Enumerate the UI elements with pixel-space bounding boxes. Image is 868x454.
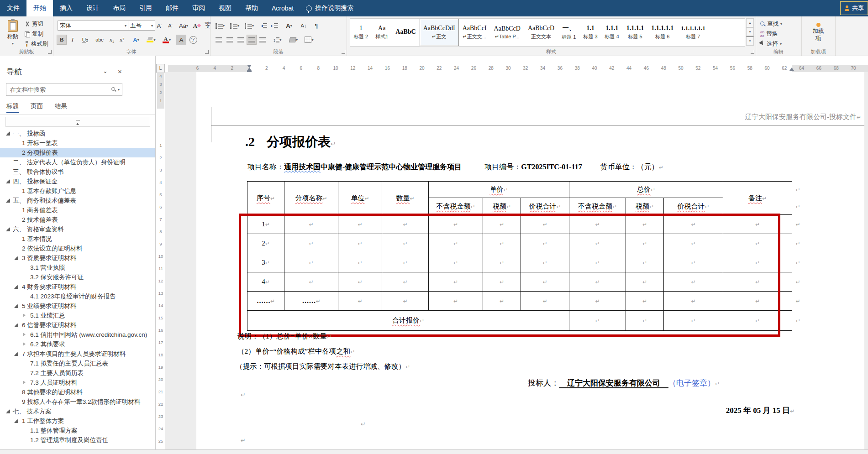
- table-header-cell[interactable]: 序号↵: [247, 182, 284, 215]
- paste-button[interactable]: 粘贴 ▾: [4, 19, 22, 47]
- share-button[interactable]: 共享: [840, 1, 868, 15]
- nav-item-28[interactable]: 9 投标人不存在第一章3.2款情形的证明材料: [0, 397, 155, 407]
- line-spacing-button[interactable]: ↕▾: [270, 35, 284, 45]
- style-item-5[interactable]: AaBbCcD↵Table P...: [490, 19, 524, 46]
- menu-tab-7[interactable]: 审阅: [185, 0, 212, 16]
- nav-item-11[interactable]: 1 基本情况: [0, 234, 155, 244]
- font-size-combo[interactable]: 五号▾: [128, 21, 155, 31]
- collapse-icon[interactable]: [14, 285, 18, 289]
- expand-icon[interactable]: [23, 313, 26, 317]
- style-item-11[interactable]: 1.1.1.1.1标题 6: [647, 19, 677, 46]
- table-header-cell[interactable]: 数量↵: [382, 182, 429, 215]
- numbering-button[interactable]: ▾: [228, 21, 241, 31]
- style-item-12[interactable]: 1.1.1.1.1.1标题 7: [677, 19, 709, 46]
- gallery-down-icon[interactable]: ▾: [746, 27, 754, 37]
- gallery-up-icon[interactable]: ▴: [746, 18, 754, 27]
- paragraph-dialog-launcher[interactable]: [342, 50, 345, 54]
- navigation-chevron-icon[interactable]: ⌄: [103, 68, 108, 74]
- bidder-line[interactable]: 投标人：辽宁大阳保安服务有限公司（电子签章）↵: [528, 378, 720, 388]
- menu-tab-3[interactable]: 设计: [79, 0, 106, 16]
- collapse-icon[interactable]: [6, 198, 10, 203]
- nav-item-26[interactable]: 7.3 人员证明材料: [0, 378, 155, 387]
- style-item-3[interactable]: AaBbCcDdI↵正文: [420, 19, 459, 46]
- subscript-button[interactable]: x₂: [107, 35, 117, 45]
- table-header-cell[interactable]: 总价↵: [569, 182, 723, 198]
- text-effects-button[interactable]: A▾: [130, 35, 142, 45]
- change-case-button[interactable]: Aa▾: [177, 21, 190, 31]
- character-shading-button[interactable]: A: [176, 35, 186, 45]
- font-name-combo[interactable]: 宋体▾: [58, 21, 129, 31]
- section-heading[interactable]: .2分项报价表↵: [245, 133, 336, 151]
- menu-tab-4[interactable]: 布局: [106, 0, 132, 16]
- menu-tab-6[interactable]: 邮件: [159, 0, 185, 16]
- collapse-icon[interactable]: [14, 323, 18, 327]
- font-dialog-launcher[interactable]: [205, 50, 209, 54]
- nav-item-21[interactable]: 6.1 信用中国网站 (www.creditchina.gov.cn): [0, 330, 155, 339]
- style-item-1[interactable]: Aa样式1: [372, 19, 392, 46]
- nav-item-32[interactable]: 1.2 管理规章制度及岗位责任: [0, 435, 155, 445]
- nav-item-3[interactable]: 二、 法定代表人（单位负责人）身份证明: [0, 157, 155, 167]
- expand-icon[interactable]: [23, 342, 26, 346]
- table-subheader-cell[interactable]: 税额↵: [626, 198, 664, 215]
- highlight-color-button[interactable]: ▾: [144, 35, 158, 45]
- jump-to-top-bar[interactable]: [5, 117, 150, 127]
- shading-button[interactable]: ▾: [287, 35, 300, 45]
- right-indent-marker[interactable]: [789, 68, 794, 71]
- borders-button[interactable]: ▾: [302, 35, 316, 45]
- nav-item-7[interactable]: 五、 商务和技术偏差表: [0, 196, 155, 205]
- copy-button[interactable]: 复制: [25, 30, 43, 38]
- nav-tab-0[interactable]: 标题: [6, 102, 19, 113]
- addins-button[interactable]: 加载项: [808, 19, 828, 46]
- superscript-button[interactable]: x²: [117, 35, 127, 45]
- vertical-ruler[interactable]: 4321123456789101112131415161718192021222…: [157, 72, 164, 449]
- menu-tab-0[interactable]: 文件: [0, 0, 26, 16]
- distribute-button[interactable]: [258, 35, 268, 45]
- nav-item-1[interactable]: 1 开标一览表: [0, 138, 155, 148]
- style-item-10[interactable]: 1.1.1.1标题 5: [623, 19, 648, 46]
- collapse-icon[interactable]: [6, 409, 10, 413]
- menu-tab-8[interactable]: 视图: [212, 0, 238, 16]
- italic-button[interactable]: I: [68, 35, 78, 45]
- style-item-9[interactable]: 1.1.1标题 4: [601, 19, 623, 46]
- collapse-icon[interactable]: [14, 256, 18, 260]
- table-header-cell[interactable]: 单价↵: [429, 182, 569, 198]
- clear-formatting-button[interactable]: A: [192, 21, 202, 31]
- tell-me-search[interactable]: 操作说明搜索: [300, 0, 359, 16]
- bold-button[interactable]: B: [57, 35, 67, 45]
- tab-stop-selector[interactable]: L: [156, 64, 165, 73]
- nav-item-30[interactable]: 1 工作整体方案: [0, 416, 155, 426]
- cut-button[interactable]: 剪切: [25, 20, 43, 28]
- nav-item-15[interactable]: 3.2 保安服务许可证: [0, 272, 155, 282]
- strikethrough-button[interactable]: abc: [93, 35, 106, 45]
- nav-item-24[interactable]: 7.1 拟委任的主要人员汇总表: [0, 359, 155, 368]
- collapse-icon[interactable]: [6, 227, 10, 231]
- nav-item-25[interactable]: 7.2 主要人员简历表: [0, 368, 155, 378]
- collapse-icon[interactable]: [14, 419, 18, 423]
- bullets-button[interactable]: ▾: [214, 21, 226, 31]
- collapse-icon[interactable]: [6, 131, 10, 136]
- find-button[interactable]: 查找▾: [760, 20, 782, 28]
- nav-item-6[interactable]: 1 基本存款账户信息: [0, 186, 155, 196]
- nav-item-9[interactable]: 2 技术偏差表: [0, 215, 155, 224]
- nav-item-16[interactable]: 4 财务要求证明材料: [0, 282, 155, 292]
- style-item-0[interactable]: 1标题 2: [350, 19, 372, 46]
- nav-item-22[interactable]: 6.2 其他要求: [0, 339, 155, 349]
- horizontal-ruler[interactable]: 6422468101214161820222426283032343638404…: [168, 65, 868, 72]
- nav-item-12[interactable]: 2 依法设立的证明材料: [0, 244, 155, 253]
- shrink-font-button[interactable]: Aˇ: [165, 21, 175, 31]
- table-subheader-cell[interactable]: 不含税金额↵: [569, 198, 626, 215]
- nav-item-5[interactable]: 四、 投标保证金: [0, 177, 155, 186]
- note-line-2[interactable]: （2）单价=“价格构成”栏中各项之和↵: [237, 347, 355, 356]
- underline-button[interactable]: U▾: [79, 35, 91, 45]
- nav-item-2[interactable]: 2 分项报价表: [0, 148, 155, 157]
- collapse-icon[interactable]: [6, 179, 10, 183]
- nav-item-0[interactable]: 一、 投标函: [0, 129, 155, 138]
- nav-tab-1[interactable]: 页面: [31, 102, 43, 113]
- table-subheader-cell[interactable]: 价税合计↵: [664, 198, 723, 215]
- nav-item-27[interactable]: 8 其他要求的证明材料: [0, 387, 155, 397]
- nav-item-31[interactable]: 1.1 整体管理方案: [0, 426, 155, 435]
- expand-icon[interactable]: [23, 381, 26, 384]
- nav-item-18[interactable]: 5 业绩要求证明材料: [0, 301, 155, 311]
- multilevel-list-button[interactable]: ▾: [243, 21, 256, 31]
- search-dropdown-icon[interactable]: ▾: [118, 88, 120, 92]
